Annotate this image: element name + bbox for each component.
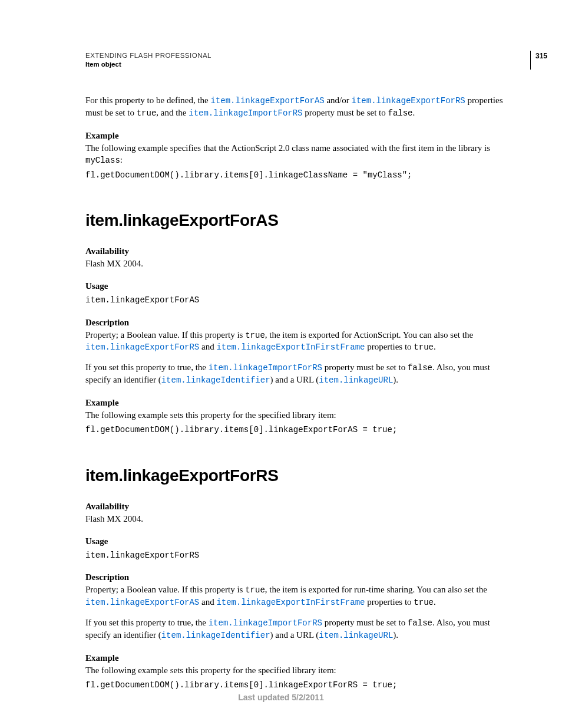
description-p1: Property; a Boolean value. If this prope…	[85, 329, 506, 354]
link-linkage-export-for-rs[interactable]: item.linkageExportForRS	[352, 96, 465, 106]
example-label: Example	[85, 653, 506, 663]
link-linkage-url[interactable]: item.linkageURL	[319, 375, 393, 385]
text: .	[434, 597, 436, 607]
text: ).	[393, 375, 398, 384]
text: If you set this property to true, the	[85, 363, 209, 372]
availability-text: Flash MX 2004.	[85, 513, 506, 525]
link-linkage-export-for-as[interactable]: item.linkageExportForAS	[85, 598, 199, 607]
code-true: true	[245, 585, 265, 595]
description-p2: If you set this property to true, the it…	[85, 361, 506, 386]
page-container: EXTENDING FLASH PROFESSIONAL Item object…	[0, 0, 562, 728]
code-true: true	[137, 108, 157, 118]
text: properties to	[365, 597, 414, 607]
availability-label: Availability	[85, 246, 506, 256]
header-title: EXTENDING FLASH PROFESSIONAL	[85, 52, 506, 59]
description-p1: Property; a Boolean value. If this prope…	[85, 584, 506, 608]
example-label: Example	[85, 398, 506, 408]
text: Property; a Boolean value. If this prope…	[85, 585, 245, 594]
usage-code: item.linkageExportForAS	[85, 295, 506, 305]
text: ) and a URL (	[270, 375, 319, 384]
header-section: Item object	[85, 61, 506, 68]
description-label: Description	[85, 572, 506, 582]
text: properties to	[365, 342, 414, 351]
code-false: false	[408, 363, 432, 373]
page-header: EXTENDING FLASH PROFESSIONAL Item object…	[85, 52, 506, 73]
link-linkage-identifier[interactable]: item.linkageIdentifier	[161, 375, 270, 385]
description-p2: If you set this property to true, the it…	[85, 617, 506, 641]
intro-paragraph: For this property to be defined, the ite…	[85, 94, 506, 119]
link-linkage-export-in-first-frame[interactable]: item.linkageExportInFirstFrame	[216, 342, 365, 352]
example-text: The following example sets this property…	[85, 664, 506, 676]
footer-last-updated: Last updated 5/2/2011	[0, 693, 562, 702]
text: and	[199, 342, 216, 351]
example-code: fl.getDocumentDOM().library.items[0].lin…	[85, 424, 506, 435]
text: property must be set to	[322, 618, 408, 627]
heading-linkage-export-for-rs: item.linkageExportForRS	[85, 466, 506, 485]
code-false: false	[388, 108, 412, 118]
link-linkage-import-for-rs[interactable]: item.linkageImportForRS	[209, 618, 322, 628]
text: and	[199, 597, 216, 607]
code-true: true	[414, 598, 434, 607]
link-linkage-identifier[interactable]: item.linkageIdentifier	[161, 631, 270, 640]
text: , the item is exported for ActionScript.…	[265, 330, 473, 340]
text: For this property to be defined, the	[85, 95, 210, 105]
link-linkage-export-for-as[interactable]: item.linkageExportForAS	[210, 96, 324, 106]
availability-text: Flash MX 2004.	[85, 258, 506, 269]
page-number: 315	[530, 51, 547, 70]
link-linkage-export-for-rs[interactable]: item.linkageExportForRS	[85, 342, 199, 352]
example-text: The following example sets this property…	[85, 409, 506, 421]
text: , the item is exported for run-time shar…	[265, 585, 487, 594]
description-label: Description	[85, 318, 506, 328]
text: The following example specifies that the…	[85, 143, 490, 153]
text: .	[434, 342, 436, 351]
link-linkage-export-in-first-frame[interactable]: item.linkageExportInFirstFrame	[216, 598, 365, 607]
link-linkage-url[interactable]: item.linkageURL	[319, 631, 393, 640]
example-text: The following example specifies that the…	[85, 142, 506, 166]
text: :	[120, 155, 123, 164]
availability-label: Availability	[85, 502, 506, 512]
example-label: Example	[85, 131, 506, 141]
text: ).	[393, 630, 398, 640]
example-code: fl.getDocumentDOM().library.items[0].lin…	[85, 170, 506, 180]
text: , and the	[156, 108, 189, 117]
usage-label: Usage	[85, 536, 506, 546]
usage-label: Usage	[85, 281, 506, 291]
text: .	[413, 108, 415, 117]
code-classname: myClass	[85, 156, 120, 165]
text: Property; a Boolean value. If this prope…	[85, 330, 245, 340]
link-linkage-import-for-rs[interactable]: item.linkageImportForRS	[189, 108, 302, 118]
example-code: fl.getDocumentDOM().library.items[0].lin…	[85, 680, 506, 690]
text: ) and a URL (	[270, 630, 319, 640]
code-true: true	[245, 331, 265, 340]
heading-linkage-export-for-as: item.linkageExportForAS	[85, 211, 506, 230]
text: and/or	[325, 95, 352, 105]
code-true: true	[414, 342, 434, 352]
code-false: false	[408, 618, 432, 628]
text: property must be set to	[303, 108, 388, 117]
link-linkage-import-for-rs[interactable]: item.linkageImportForRS	[209, 363, 322, 373]
text: property must be set to	[322, 363, 408, 372]
text: If you set this property to true, the	[85, 618, 209, 627]
usage-code: item.linkageExportForRS	[85, 550, 506, 561]
